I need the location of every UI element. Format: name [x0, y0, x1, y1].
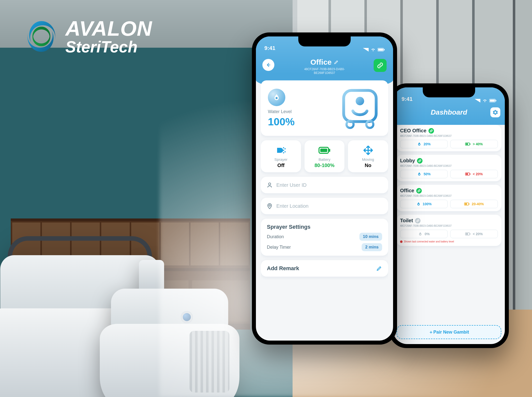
drop-icon	[416, 202, 421, 206]
device-card[interactable]: CEO Office 48CF28AF-703B-BB23-DAB0-BE268…	[397, 125, 501, 151]
wifi-icon	[371, 48, 376, 51]
battery-pill-icon	[465, 172, 471, 176]
notch	[298, 36, 351, 46]
battery-icon	[378, 48, 385, 51]
battery-pill-icon	[465, 232, 471, 236]
svg-rect-35	[320, 149, 327, 152]
duration-row[interactable]: Duration 10 mins	[267, 233, 382, 241]
battery-card[interactable]: Battery 80-100%	[305, 140, 345, 172]
status-time: 9:41	[402, 96, 413, 102]
svg-point-28	[283, 147, 284, 149]
cell-icon	[363, 48, 369, 51]
svg-point-30	[283, 150, 284, 151]
link-button[interactable]	[374, 59, 387, 72]
link-status-icon	[415, 218, 421, 223]
brand-name: AVALON	[65, 18, 152, 39]
battery-pill-value: 20-40%	[472, 202, 484, 206]
duration-label: Duration	[267, 234, 284, 239]
svg-rect-2	[496, 100, 496, 101]
svg-point-26	[346, 121, 353, 128]
water-pill: 50%	[400, 170, 448, 178]
svg-point-15	[420, 234, 421, 235]
device-card[interactable]: Lobby 48CF28AF-703B-BB23-DAB0-BE268F1D85…	[397, 155, 501, 181]
svg-point-11	[418, 204, 419, 205]
moving-label: Moving	[350, 157, 386, 162]
cell-icon	[475, 99, 480, 102]
notch	[423, 87, 475, 97]
brand-logo: AVALON SteriTech	[24, 18, 152, 55]
settings-button[interactable]	[490, 107, 500, 117]
svg-point-23	[276, 97, 278, 99]
wifi-icon	[482, 99, 487, 102]
user-id-placeholder: Enter User ID	[276, 182, 307, 188]
svg-point-29	[285, 148, 286, 150]
svg-rect-14	[465, 203, 467, 205]
svg-point-31	[285, 151, 286, 153]
edit-icon[interactable]	[334, 60, 339, 65]
add-remark-card[interactable]: Add Remark	[261, 260, 388, 277]
moving-card[interactable]: Moving No	[348, 140, 388, 172]
device-warning: Shown last connected water and battery l…	[400, 240, 498, 243]
moving-value: No	[350, 163, 386, 168]
battery-pill: > 40%	[450, 140, 498, 148]
sprayer-settings-card: Sprayer Settings Duration 10 mins Delay …	[261, 219, 388, 256]
delay-label: Delay Timer	[267, 245, 291, 250]
water-pill: 100%	[400, 200, 448, 208]
battery-pill-icon	[464, 202, 470, 206]
plus-icon: ＋	[429, 330, 433, 335]
delay-row[interactable]: Delay Timer 2 mins	[267, 243, 382, 251]
battery-stat-icon	[307, 145, 342, 156]
device-id: 48CF28AF-703B-BB23-DAB0-BE268F1D8537	[400, 165, 498, 167]
user-icon	[266, 182, 273, 188]
location-input[interactable]: Enter Location	[261, 198, 388, 214]
link-status-icon	[428, 128, 434, 134]
sprayer-card[interactable]: Sprayer Off	[261, 140, 301, 172]
svg-point-32	[283, 152, 284, 154]
battery-icon	[489, 99, 496, 102]
svg-point-3	[419, 144, 420, 145]
battery-pill-value: > 40%	[473, 142, 483, 146]
user-id-input[interactable]: Enter User ID	[261, 177, 388, 193]
link-status-icon	[416, 188, 422, 194]
svg-point-7	[419, 174, 420, 175]
device-name: Lobby	[400, 158, 415, 164]
location-icon	[266, 203, 273, 209]
svg-point-36	[269, 205, 271, 206]
svg-point-27	[366, 121, 373, 128]
battery-pill: 20-40%	[450, 200, 498, 208]
water-pill-value: 0%	[425, 232, 429, 236]
svg-rect-1	[490, 100, 495, 102]
brand-mark-icon	[24, 19, 59, 54]
svg-rect-10	[466, 173, 468, 175]
water-level-card: Water Level 100%	[261, 80, 388, 136]
battery-pill: < 20%	[450, 170, 498, 178]
robot-icon	[339, 87, 381, 129]
device-name: Toilet	[400, 218, 413, 223]
brand-subname: SteriTech	[65, 39, 152, 55]
gear-icon	[493, 110, 498, 115]
device-id: 48CF28AF-703B-BB23-DAB0-BE268F1D8537	[400, 135, 498, 137]
settings-heading: Sprayer Settings	[267, 224, 382, 230]
battery-pill: < 20%	[450, 230, 498, 238]
water-icon	[268, 89, 285, 106]
battery-pill-value: < 20%	[473, 232, 483, 236]
sprayer-label: Sprayer	[263, 157, 299, 162]
device-card[interactable]: Toilet 48CF28AF-703B-BB23-DAB0-BE268F1D8…	[397, 215, 501, 246]
svg-rect-24	[344, 90, 376, 122]
drop-icon	[417, 172, 422, 176]
device-name: CEO Office	[400, 128, 426, 134]
water-pill-value: 50%	[424, 172, 430, 176]
device-card[interactable]: Office 48CF28AF-703B-BB23-DAB0-BE268F1D8…	[397, 185, 501, 211]
add-remark-label: Add Remark	[267, 265, 299, 272]
svg-rect-18	[466, 233, 468, 235]
drop-icon	[418, 232, 423, 236]
battery-pill-icon	[465, 142, 471, 146]
delay-value: 2 mins	[362, 243, 382, 251]
battery-pill-value: < 20%	[473, 172, 483, 176]
svg-rect-6	[466, 143, 468, 145]
water-pill-value: 20%	[424, 142, 430, 146]
pair-new-button[interactable]: ＋Pair New Gambit	[397, 325, 501, 339]
svg-rect-5	[470, 143, 471, 145]
stat-row: Sprayer Off Battery 80-100% Moving No	[261, 140, 388, 172]
svg-rect-9	[470, 173, 471, 175]
